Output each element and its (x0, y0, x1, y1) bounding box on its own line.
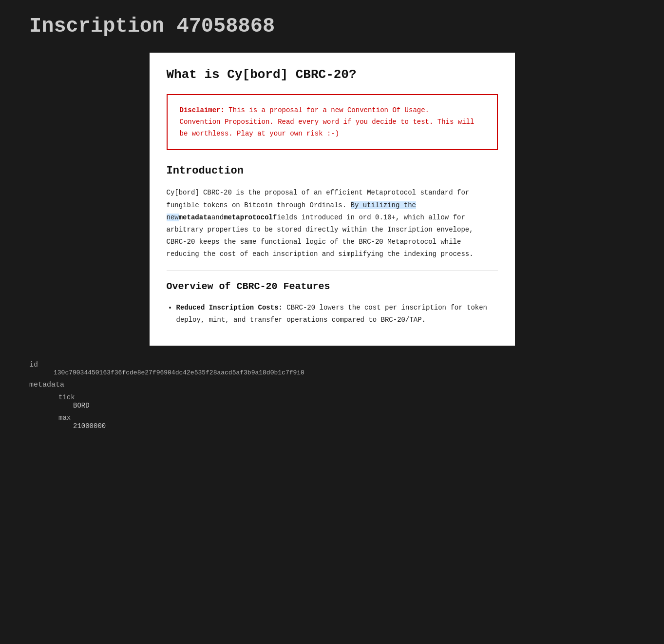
divider (167, 271, 498, 271)
disclaimer-box: Disclaimer: This is a proposal for a new… (167, 94, 498, 150)
main-heading: What is Cy[bord] CBRC-20? (167, 67, 498, 82)
page-title: Inscription 47058868 (29, 15, 635, 38)
metadata-section: id 130c79034450163f36fcde8e27f96904dc42e… (29, 360, 635, 430)
feature-list: Reduced Inscription Costs: CBRC-20 lower… (167, 302, 498, 326)
metadata-label: metadata (29, 381, 64, 389)
max-row: max 21000000 (58, 413, 635, 430)
id-row: id 130c79034450163f36fcde8e27f96904dc42e… (29, 360, 635, 376)
feature-label: Reduced Inscription Costs: (176, 304, 283, 312)
intro-and: and (211, 214, 224, 221)
tick-key: tick (58, 393, 75, 401)
intro-paragraph: Cy[bord] CBRC-20 is the proposal of an e… (167, 187, 498, 260)
tick-row: tick BORD (58, 393, 635, 410)
id-value: 130c79034450163f36fcde8e27f96904dc42e535… (54, 369, 635, 376)
metadata-row: metadata (29, 380, 635, 389)
disclaimer-label: Disclaimer: (180, 106, 225, 114)
content-frame: What is Cy[bord] CBRC-20? Disclaimer: Th… (150, 53, 515, 346)
code-metaprotocol: metaprotocol (224, 214, 273, 221)
intro-text-before: Cy[bord] CBRC-20 is the proposal of an e… (167, 189, 470, 209)
tick-value: BORD (73, 402, 635, 410)
code-metadata: metadata (179, 214, 211, 221)
metadata-fields: tick BORD max 21000000 (58, 393, 635, 430)
introduction-heading: Introduction (167, 165, 498, 177)
feature-item: Reduced Inscription Costs: CBRC-20 lower… (176, 302, 498, 326)
max-value: 21000000 (73, 422, 635, 430)
features-heading: Overview of CBRC-20 Features (167, 281, 498, 292)
id-label: id (29, 361, 38, 369)
max-key: max (58, 414, 71, 422)
